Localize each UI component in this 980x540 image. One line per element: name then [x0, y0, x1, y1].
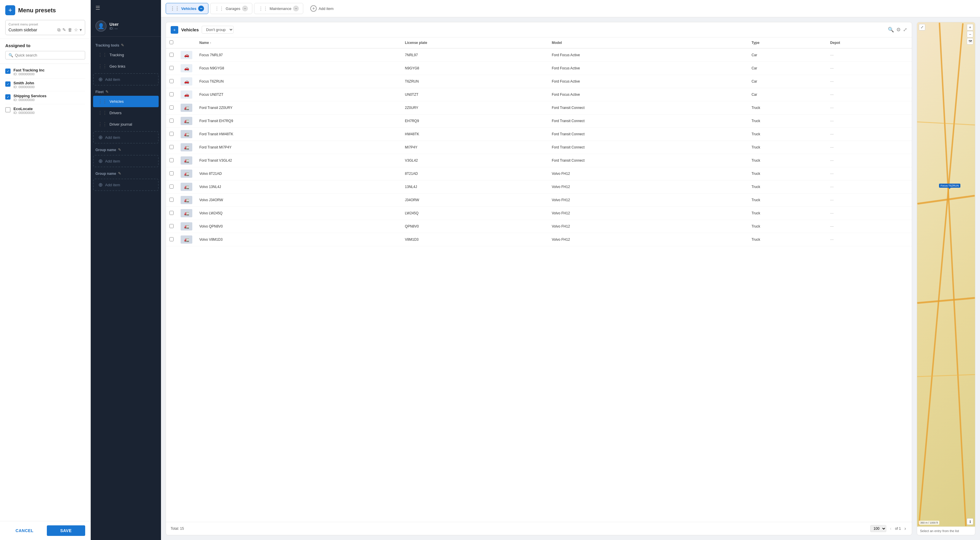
edit-icon[interactable]: ✎: [146, 99, 149, 104]
search-input[interactable]: [15, 53, 82, 57]
row-checkbox[interactable]: [169, 119, 173, 123]
map-zoom-out-button[interactable]: −: [967, 31, 973, 37]
add-item-button[interactable]: ⊕ Add item: [93, 131, 159, 143]
sidebar-item[interactable]: ⋮⋮ Tracking ✎ ⊖: [93, 49, 159, 61]
group-header: Fleet ✎: [91, 88, 161, 96]
tab-remove-button[interactable]: −: [198, 6, 204, 11]
table-row[interactable]: 🚗 Focus UN0TZT UN0TZT Ford Focus Active …: [166, 88, 912, 101]
map-expand-button[interactable]: ⤢: [919, 24, 925, 30]
table-row[interactable]: 🚛 Ford Transit V3GL42 V3GL42 Ford Transi…: [166, 154, 912, 167]
add-item-button[interactable]: ⊕ Add item: [93, 178, 159, 191]
group-edit-icon[interactable]: ✎: [121, 43, 124, 48]
row-checkbox[interactable]: [169, 105, 173, 110]
row-checkbox[interactable]: [169, 171, 173, 175]
edit-icon[interactable]: ✎: [62, 27, 66, 32]
map-marker[interactable]: Focus T6ZRUN: [939, 183, 960, 188]
cell-type: Truck: [748, 154, 827, 167]
map-layers-button[interactable]: 🗺: [967, 38, 973, 45]
chevron-down-icon[interactable]: ▾: [80, 27, 82, 32]
group-header-left: Group name ✎: [95, 148, 121, 152]
table-row[interactable]: 🚛 Ford Transit HW48TK HW48TK Ford Transi…: [166, 128, 912, 141]
hamburger-icon[interactable]: ☰: [95, 5, 100, 11]
next-page-button[interactable]: ›: [903, 526, 907, 532]
sidebar-item[interactable]: ⋮⋮ Geo links ✎ ⊖: [93, 61, 159, 72]
row-checkbox[interactable]: [169, 198, 173, 202]
settings-icon[interactable]: ⚙: [896, 27, 900, 33]
tab-remove-button[interactable]: −: [242, 6, 248, 11]
row-checkbox[interactable]: [169, 211, 173, 215]
row-checkbox[interactable]: [169, 53, 173, 57]
row-checkbox[interactable]: [169, 237, 173, 241]
table-row[interactable]: 🚗 Focus 7NRL97 7NRL97 Ford Focus Active …: [166, 48, 912, 62]
expand-icon[interactable]: ⤢: [903, 27, 907, 33]
group-edit-icon[interactable]: ✎: [105, 89, 108, 94]
table-row[interactable]: 🚛 Volvo 8T21AD 8T21AD Volvo FH12 Truck —: [166, 167, 912, 180]
tab-item[interactable]: ⋮⋮ Vehicles −: [165, 3, 208, 14]
sidebar-item[interactable]: ⋮⋮ Drivers ✎ ⊖: [93, 107, 159, 119]
delete-icon[interactable]: 🗑: [68, 27, 72, 32]
company-checkbox[interactable]: [5, 107, 11, 112]
table-row[interactable]: 🚛 Volvo 13NL4J 13NL4J Volvo FH12 Truck —: [166, 180, 912, 194]
table-row[interactable]: 🚛 Volvo V8M1D3 V8M1D3 Volvo FH12 Truck —: [166, 233, 912, 246]
table-row[interactable]: 🚛 Volvo LW245Q LW245Q Volvo FH12 Truck —: [166, 207, 912, 220]
add-preset-button[interactable]: +: [5, 5, 15, 15]
table-row[interactable]: 🚛 Ford Transit 2Z0URY 2Z0URY Ford Transi…: [166, 101, 912, 115]
remove-icon[interactable]: ⊖: [150, 64, 154, 69]
company-checkbox[interactable]: [5, 94, 11, 100]
table-row[interactable]: 🚗 Focus T6ZRUN T6ZRUN Ford Focus Active …: [166, 75, 912, 88]
sidebar-item[interactable]: ⋮⋮ Vehicles ✎ ⊖: [93, 96, 159, 107]
copy-icon[interactable]: ⧉: [57, 27, 60, 32]
tab-item[interactable]: ⋮⋮ Garages −: [210, 3, 252, 14]
table-row[interactable]: 🚛 Ford Transit EH7RQ9 EH7RQ9 Ford Transi…: [166, 115, 912, 128]
add-tab-button[interactable]: + Add item: [306, 3, 337, 14]
remove-icon[interactable]: ⊖: [150, 53, 154, 57]
row-checkbox[interactable]: [169, 92, 173, 96]
edit-icon[interactable]: ✎: [146, 122, 149, 127]
table-row[interactable]: 🚛 Volvo QPN8V0 QPN8V0 Volvo FH12 Truck —: [166, 220, 912, 233]
table-row[interactable]: 🚛 Volvo J34ORW J34ORW Volvo FH12 Truck —: [166, 194, 912, 207]
cell-name: Ford Transit 2Z0URY: [196, 101, 401, 115]
star-icon[interactable]: ☆: [74, 27, 78, 32]
table-row[interactable]: 🚗 Focus N9GYG8 N9GYG8 Ford Focus Active …: [166, 62, 912, 75]
tab-remove-button[interactable]: −: [293, 6, 299, 11]
company-checkbox[interactable]: [5, 68, 11, 74]
sidebar-item[interactable]: ⋮⋮ Driver journal ✎ ⊖: [93, 119, 159, 130]
row-checkbox[interactable]: [169, 79, 173, 83]
group-edit-icon[interactable]: ✎: [118, 148, 121, 152]
edit-icon[interactable]: ✎: [146, 111, 149, 115]
row-checkbox[interactable]: [169, 224, 173, 228]
row-checkbox[interactable]: [169, 185, 173, 189]
name-sort[interactable]: Name ↑: [199, 41, 212, 45]
row-checkbox[interactable]: [169, 158, 173, 162]
company-checkbox[interactable]: [5, 81, 11, 87]
remove-icon[interactable]: ⊖: [150, 111, 154, 115]
search-icon[interactable]: 🔍: [888, 27, 894, 33]
per-page-select[interactable]: 100: [870, 525, 886, 532]
add-item-button[interactable]: ⊕ Add item: [93, 73, 159, 86]
map-container: Focus T6ZRUN ⤢ + − 🗺 360 m / 1000 ft ℹ: [917, 22, 975, 527]
map-info-button[interactable]: ℹ: [967, 518, 973, 525]
group-select[interactable]: Don't group: [202, 26, 234, 33]
table-row[interactable]: 🚛 Ford Transit MI7P4Y MI7P4Y Ford Transi…: [166, 141, 912, 154]
cell-name: Ford Transit HW48TK: [196, 128, 401, 141]
map-zoom-in-button[interactable]: +: [967, 24, 973, 30]
select-all-checkbox[interactable]: [169, 40, 173, 44]
row-checkbox[interactable]: [169, 66, 173, 70]
cell-type: Truck: [748, 233, 827, 246]
cell-depot: —: [827, 220, 912, 233]
tab-item[interactable]: ⋮⋮ Maintenance −: [254, 3, 303, 14]
panel-add-icon[interactable]: +: [171, 26, 178, 33]
remove-icon[interactable]: ⊖: [150, 99, 154, 104]
row-checkbox[interactable]: [169, 145, 173, 149]
row-checkbox[interactable]: [169, 132, 173, 136]
user-section: 👤 User ID: —: [91, 16, 161, 37]
remove-icon[interactable]: ⊖: [150, 122, 154, 127]
group-edit-icon[interactable]: ✎: [118, 171, 121, 176]
add-item-button[interactable]: ⊕ Add item: [93, 155, 159, 167]
cancel-button[interactable]: CANCEL: [5, 526, 44, 536]
prev-page-button[interactable]: ‹: [889, 526, 892, 532]
cell-depot: —: [827, 88, 912, 101]
save-button[interactable]: SAVE: [47, 526, 86, 536]
edit-icon[interactable]: ✎: [146, 64, 149, 69]
edit-icon[interactable]: ✎: [146, 53, 149, 57]
